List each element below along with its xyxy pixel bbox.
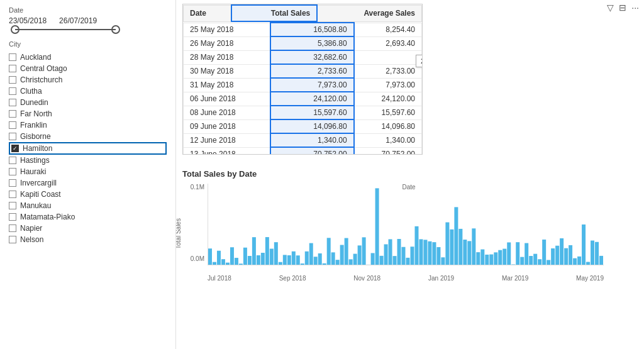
bar[interactable]: [375, 188, 379, 265]
bar[interactable]: [599, 256, 603, 265]
bar[interactable]: [547, 260, 550, 265]
city-item-auckland[interactable]: Auckland: [9, 52, 167, 63]
bar[interactable]: [265, 237, 269, 265]
city-checkbox[interactable]: [9, 236, 16, 243]
bar[interactable]: [498, 250, 502, 265]
city-item-invercargill[interactable]: Invercargill: [9, 177, 167, 189]
bar[interactable]: [239, 263, 243, 265]
bar[interactable]: [353, 254, 357, 265]
city-checkbox[interactable]: [9, 121, 16, 129]
bar[interactable]: [261, 253, 265, 265]
bar[interactable]: [371, 253, 375, 265]
bar[interactable]: [564, 248, 568, 265]
bar[interactable]: [340, 245, 344, 265]
bar[interactable]: [573, 258, 577, 265]
city-item-christchurch[interactable]: Christchurch: [9, 74, 167, 86]
bar[interactable]: [458, 229, 462, 265]
bar[interactable]: [450, 230, 453, 265]
bar[interactable]: [463, 240, 467, 265]
bar[interactable]: [577, 257, 581, 265]
bar[interactable]: [257, 255, 260, 265]
bar[interactable]: [586, 262, 590, 265]
city-item-clutha[interactable]: Clutha: [9, 86, 167, 97]
city-checkbox[interactable]: [9, 213, 16, 221]
bar[interactable]: [454, 207, 458, 265]
table-scroll-area[interactable]: 25 May 201816,508.808,254.4026 May 20185…: [183, 22, 422, 155]
bar[interactable]: [542, 240, 546, 265]
city-item-dunedin[interactable]: Dunedin: [9, 97, 167, 108]
bar[interactable]: [432, 242, 436, 265]
bar[interactable]: [217, 251, 221, 265]
bar[interactable]: [358, 245, 362, 265]
city-checkbox[interactable]: [9, 179, 16, 187]
bar[interactable]: [393, 256, 397, 265]
bar[interactable]: [423, 240, 427, 265]
city-item-hamilton[interactable]: ✓Hamilton: [9, 142, 167, 155]
bar[interactable]: [428, 241, 431, 265]
bar[interactable]: [397, 239, 401, 265]
bar[interactable]: [270, 248, 274, 265]
city-item-central-otago[interactable]: Central Otago: [9, 63, 167, 74]
bar[interactable]: [582, 224, 586, 265]
bar[interactable]: [226, 263, 230, 265]
bar[interactable]: [441, 257, 445, 265]
table-header-total-sales[interactable]: Total Sales: [231, 5, 317, 21]
city-item-hauraki[interactable]: Hauraki: [9, 166, 167, 177]
bar[interactable]: [480, 250, 484, 265]
bar[interactable]: [248, 256, 252, 265]
city-checkbox[interactable]: [9, 133, 16, 140]
bar[interactable]: [560, 238, 564, 265]
more-icon[interactable]: ···: [631, 3, 639, 13]
city-checkbox[interactable]: [9, 202, 16, 209]
bar[interactable]: [489, 255, 493, 265]
bar[interactable]: [314, 257, 318, 265]
bar[interactable]: [595, 242, 599, 265]
city-checkbox[interactable]: [9, 99, 16, 106]
city-checkbox[interactable]: [9, 110, 16, 118]
bar[interactable]: [279, 262, 282, 265]
bar[interactable]: [235, 258, 238, 265]
filter-icon[interactable]: ▽: [607, 3, 614, 13]
bar[interactable]: [389, 239, 392, 265]
bar[interactable]: [380, 256, 384, 265]
bar[interactable]: [213, 262, 216, 265]
city-item-franklin[interactable]: Franklin: [9, 119, 167, 131]
bar[interactable]: [529, 256, 533, 265]
bar[interactable]: [331, 252, 335, 265]
city-checkbox[interactable]: [9, 157, 16, 164]
bar[interactable]: [533, 254, 537, 265]
table-icon[interactable]: ⊟: [619, 3, 626, 13]
bar[interactable]: [502, 249, 506, 265]
bar[interactable]: [221, 259, 225, 265]
city-checkbox[interactable]: [9, 168, 16, 175]
bar[interactable]: [362, 237, 366, 265]
bar[interactable]: [591, 241, 594, 265]
bar[interactable]: [511, 264, 515, 265]
bar[interactable]: [436, 247, 440, 265]
bar[interactable]: [283, 255, 287, 265]
bar[interactable]: [384, 244, 388, 265]
bar[interactable]: [305, 252, 309, 265]
bar[interactable]: [345, 238, 348, 265]
bar[interactable]: [569, 245, 572, 265]
bar[interactable]: [410, 247, 414, 265]
bar[interactable]: [243, 248, 247, 265]
city-item-nelson[interactable]: Nelson: [9, 234, 167, 245]
bar[interactable]: [419, 239, 423, 265]
bar[interactable]: [230, 247, 234, 265]
bar[interactable]: [551, 248, 555, 265]
date-slider[interactable]: [9, 29, 167, 30]
bar[interactable]: [309, 243, 313, 265]
bar[interactable]: [445, 223, 449, 265]
city-checkbox[interactable]: [9, 224, 16, 232]
bar[interactable]: [287, 255, 291, 265]
city-item-far-north[interactable]: Far North: [9, 108, 167, 119]
bar[interactable]: [402, 247, 406, 265]
city-checkbox[interactable]: [9, 191, 16, 198]
bar[interactable]: [336, 260, 340, 265]
table-header-average-sales[interactable]: Average Sales: [317, 5, 421, 21]
bar[interactable]: [323, 263, 326, 265]
city-checkbox[interactable]: [9, 53, 16, 61]
bar[interactable]: [494, 252, 497, 265]
bar[interactable]: [555, 246, 559, 265]
